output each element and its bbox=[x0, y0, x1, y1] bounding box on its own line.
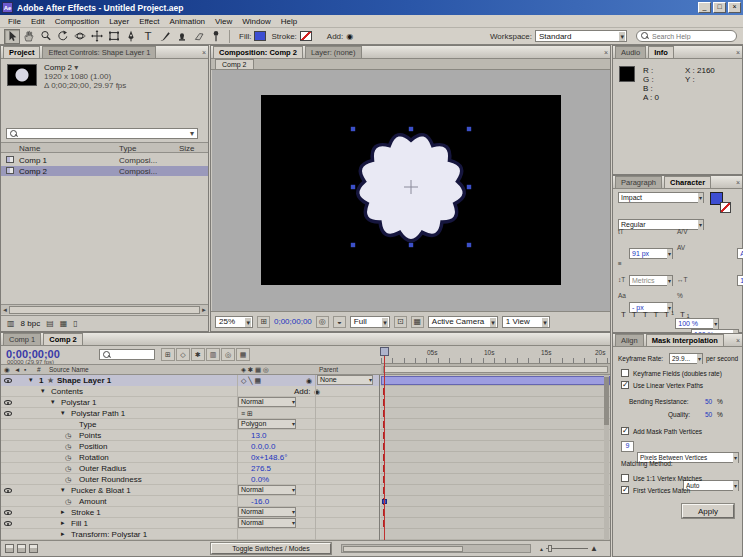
menu-item-effect[interactable]: Effect bbox=[134, 16, 164, 27]
keyframe-fields-label[interactable]: Keyframe Fields (doubles rate) bbox=[633, 370, 722, 377]
selection-tool[interactable] bbox=[4, 29, 20, 44]
property-row-type[interactable]: Type Polygon bbox=[1, 419, 381, 430]
scroll-left-icon[interactable]: ◄ bbox=[2, 307, 8, 313]
viewer-tab-comp2[interactable]: Comp 2 bbox=[215, 59, 254, 69]
vertex-matches-checkbox[interactable] bbox=[621, 474, 629, 482]
property-value[interactable]: 0.0,0.0 bbox=[251, 442, 275, 451]
new-composition-icon[interactable]: ▦ bbox=[60, 319, 68, 328]
twirl-icon[interactable]: ▾ bbox=[61, 409, 65, 417]
panel-close-icon[interactable]: × bbox=[736, 337, 740, 344]
blend-mode-dropdown[interactable]: Normal bbox=[238, 485, 296, 495]
add-shape-icon[interactable]: ◉ bbox=[346, 32, 353, 41]
brush-tool[interactable] bbox=[157, 29, 173, 44]
zoom-out-mountain-icon[interactable]: ▲ bbox=[539, 546, 544, 552]
bending-resistance-value[interactable]: 50 bbox=[705, 398, 712, 405]
stroke-color-swatch[interactable] bbox=[300, 31, 312, 41]
property-value[interactable]: 13.0 bbox=[251, 431, 267, 440]
layer-duration-bar[interactable] bbox=[381, 376, 610, 385]
channels-icon[interactable]: ◒ bbox=[333, 316, 346, 328]
timeline-tab-comp1[interactable]: Comp 1 bbox=[3, 333, 41, 345]
group-row-polystar-path[interactable]: ▾ Polystar Path 1 ≡ ⊞ bbox=[1, 408, 381, 419]
group-name[interactable]: Fill 1 bbox=[71, 519, 88, 528]
pen-tool[interactable] bbox=[123, 29, 139, 44]
kerning-field[interactable]: Auto bbox=[737, 248, 743, 259]
property-row-outer-radius[interactable]: ◷ Outer Radius 276.5 bbox=[1, 463, 381, 474]
add-vertices-checkbox[interactable] bbox=[621, 427, 629, 435]
zoom-tool[interactable] bbox=[38, 29, 54, 44]
selection-handle[interactable] bbox=[351, 185, 355, 189]
group-name[interactable]: Transform: Polystar 1 bbox=[71, 530, 147, 539]
tab-composition[interactable]: Composition: Comp 2 bbox=[213, 46, 303, 58]
blend-mode-dropdown[interactable]: Normal bbox=[238, 507, 296, 517]
close-button[interactable]: × bbox=[728, 2, 741, 13]
zoom-slider-knob[interactable] bbox=[548, 545, 552, 552]
visibility-eye-icon[interactable] bbox=[4, 521, 12, 526]
graph-editor-icon[interactable]: ▦ bbox=[236, 348, 250, 361]
apply-button[interactable]: Apply bbox=[682, 504, 734, 518]
region-of-interest-icon[interactable]: ⊡ bbox=[394, 316, 407, 328]
group-name[interactable]: Stroke 1 bbox=[71, 508, 101, 517]
tab-project[interactable]: Project bbox=[3, 46, 40, 58]
timeline-horizontal-scrollbar[interactable] bbox=[341, 544, 531, 553]
zoom-in-mountain-icon[interactable]: ▲ bbox=[590, 544, 598, 553]
timeline-tab-comp2[interactable]: Comp 2 bbox=[43, 333, 83, 345]
text-stroke-color-swatch[interactable] bbox=[720, 202, 731, 213]
property-value[interactable]: 0x+148.6° bbox=[251, 453, 287, 462]
timeline-vertical-scrollbar[interactable] bbox=[604, 375, 609, 540]
group-name[interactable]: Pucker & Bloat 1 bbox=[71, 486, 131, 495]
vertex-matches-label[interactable]: Use 1:1 Vertex Matches bbox=[633, 475, 702, 482]
help-search-input[interactable] bbox=[652, 33, 732, 40]
motion-blur-icon[interactable]: ◎ bbox=[221, 348, 235, 361]
horizontal-scrollbar[interactable]: ◄ ► bbox=[1, 304, 208, 314]
mask-shape-tool[interactable] bbox=[106, 29, 122, 44]
blend-mode-dropdown[interactable]: Normal bbox=[238, 518, 296, 528]
property-name[interactable]: Outer Radius bbox=[79, 464, 126, 473]
property-name[interactable]: Points bbox=[79, 431, 101, 440]
selection-handle[interactable] bbox=[409, 243, 413, 247]
project-row-comp2[interactable]: Comp 2 Composi... bbox=[1, 166, 208, 176]
interpret-footage-icon[interactable]: ▥ bbox=[7, 319, 15, 328]
menu-item-edit[interactable]: Edit bbox=[26, 16, 50, 27]
source-name-column[interactable]: Source Name bbox=[49, 366, 89, 373]
rotation-tool[interactable] bbox=[55, 29, 71, 44]
property-name[interactable]: Type bbox=[79, 420, 96, 429]
type-tool[interactable]: T bbox=[140, 29, 156, 44]
stopwatch-icon[interactable]: ◷ bbox=[65, 432, 71, 440]
item-name[interactable]: Comp 1 bbox=[19, 156, 47, 165]
column-name[interactable]: Name bbox=[19, 144, 40, 153]
current-time-indicator-handle[interactable] bbox=[380, 347, 389, 356]
view-layout-dropdown[interactable]: 1 View bbox=[502, 316, 550, 328]
menu-item-composition[interactable]: Composition bbox=[50, 16, 104, 27]
layer-row[interactable]: ▾ 1 ★ Shape Layer 1 ◇ ╲ ▦ ◉ None bbox=[1, 375, 381, 386]
menu-item-view[interactable]: View bbox=[210, 16, 237, 27]
first-vertices-label[interactable]: First Vertices Match bbox=[633, 487, 690, 494]
tab-character[interactable]: Character bbox=[664, 176, 711, 188]
parent-pickwhip-icon[interactable]: ◉ bbox=[306, 377, 312, 385]
font-style-dropdown[interactable]: Regular bbox=[618, 219, 704, 230]
mini-flowchart-icon[interactable]: ⊞ bbox=[161, 348, 175, 361]
workspace-dropdown[interactable]: Standard bbox=[535, 30, 627, 42]
linear-vertex-checkbox[interactable] bbox=[621, 381, 629, 389]
hand-tool[interactable] bbox=[21, 29, 37, 44]
expand-inout-pane-icon[interactable] bbox=[17, 544, 26, 553]
tab-audio[interactable]: Audio bbox=[615, 46, 646, 58]
first-vertices-checkbox[interactable] bbox=[621, 486, 629, 494]
keyframe-fields-checkbox[interactable] bbox=[621, 369, 629, 377]
menu-item-layer[interactable]: Layer bbox=[104, 16, 134, 27]
delete-icon[interactable]: ▯ bbox=[73, 319, 77, 328]
property-row-amount[interactable]: ◷ Amount -16.0 bbox=[1, 496, 381, 507]
snapshot-icon[interactable]: ◎ bbox=[316, 316, 329, 328]
stopwatch-icon[interactable]: ◷ bbox=[65, 476, 71, 484]
magnification-dropdown[interactable]: 25% bbox=[215, 316, 253, 328]
draft-3d-icon[interactable]: ◇ bbox=[176, 348, 190, 361]
layer-name[interactable]: Shape Layer 1 bbox=[57, 376, 111, 385]
selection-handle[interactable] bbox=[467, 127, 471, 131]
help-search-box[interactable] bbox=[636, 30, 737, 42]
twirl-icon[interactable]: ▾ bbox=[51, 398, 55, 406]
expand-time-pane-icon[interactable] bbox=[29, 544, 38, 553]
property-value[interactable]: 276.5 bbox=[251, 464, 271, 473]
property-row-rotation[interactable]: ◷ Rotation 0x+148.6° bbox=[1, 452, 381, 463]
visibility-eye-icon[interactable] bbox=[4, 411, 12, 416]
column-divider[interactable] bbox=[315, 375, 316, 540]
maximize-button[interactable]: □ bbox=[713, 2, 726, 13]
